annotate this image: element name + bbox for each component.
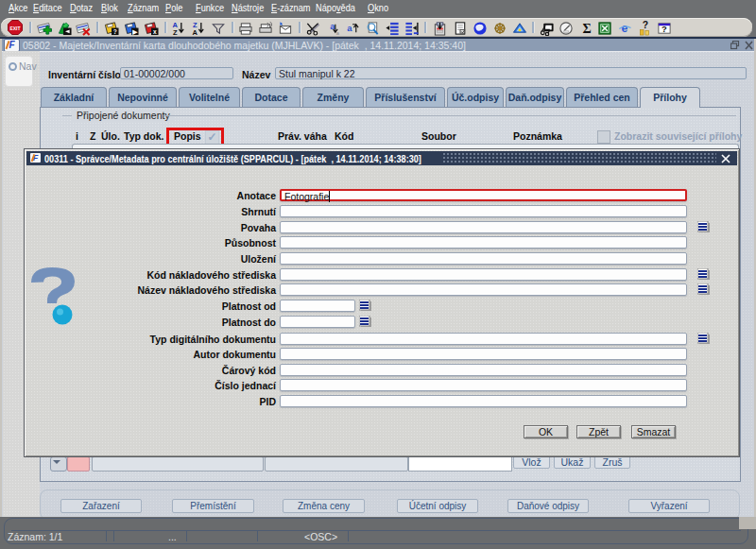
svg-text:?: ? [662,24,667,34]
svg-text:Z: Z [173,28,178,36]
svg-text:A: A [193,28,198,36]
svg-text:?: ? [643,21,648,30]
svg-text:?: ? [113,28,117,35]
svg-text:Σ: Σ [582,21,591,36]
svg-text:e: e [622,22,628,35]
svg-text:a: a [336,30,340,36]
svg-text:EXIT: EXIT [9,26,20,31]
svg-text:x: x [153,28,157,35]
svg-text:a: a [347,23,352,33]
svg-text:▶: ▶ [131,28,138,36]
